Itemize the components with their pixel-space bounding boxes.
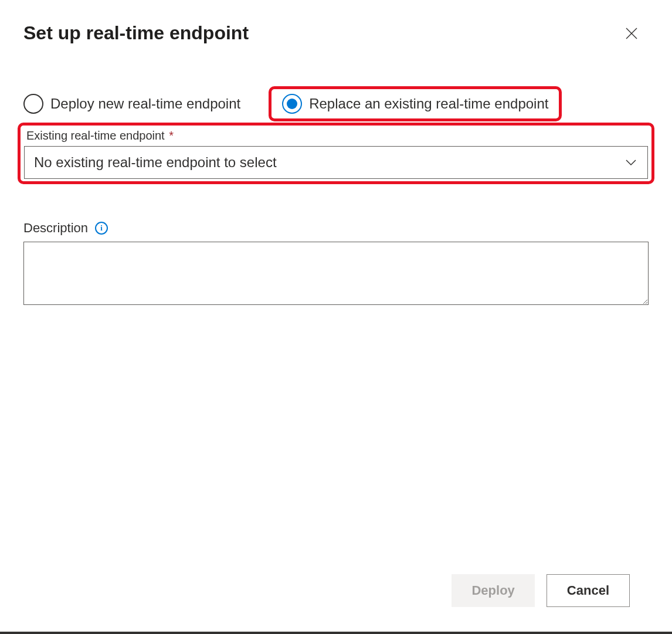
dialog-header: Set up real-time endpoint xyxy=(23,22,649,44)
bottom-border-decoration xyxy=(0,632,672,634)
dialog-title: Set up real-time endpoint xyxy=(23,22,249,44)
existing-endpoint-label: Existing real-time endpoint * xyxy=(24,129,648,143)
chevron-down-icon xyxy=(624,155,638,169)
deploy-new-radio-label: Deploy new real-time endpoint xyxy=(50,96,240,112)
radio-circle-icon xyxy=(23,94,43,114)
existing-endpoint-selected-value: No existing real-time endpoint to select xyxy=(34,154,277,171)
close-button[interactable] xyxy=(624,26,639,41)
existing-endpoint-select[interactable]: No existing real-time endpoint to select xyxy=(24,146,648,179)
existing-endpoint-field-group: Existing real-time endpoint * No existin… xyxy=(23,123,649,184)
radio-circle-selected-icon xyxy=(282,94,302,114)
radio-dot-icon xyxy=(287,99,297,109)
deploy-new-radio[interactable]: Deploy new real-time endpoint xyxy=(23,94,240,114)
highlight-existing-endpoint-field: Existing real-time endpoint * No existin… xyxy=(18,123,654,184)
existing-endpoint-label-text: Existing real-time endpoint xyxy=(26,129,165,142)
close-icon xyxy=(625,27,638,40)
replace-existing-radio-label: Replace an existing real-time endpoint xyxy=(309,96,548,112)
description-textarea[interactable] xyxy=(23,242,649,305)
replace-existing-radio[interactable]: Replace an existing real-time endpoint xyxy=(282,94,548,114)
highlight-replace-option: Replace an existing real-time endpoint xyxy=(269,86,562,121)
deployment-mode-radio-group: Deploy new real-time endpoint Replace an… xyxy=(23,86,649,121)
description-label-row: Description i xyxy=(23,221,649,236)
setup-endpoint-dialog: Set up real-time endpoint Deploy new rea… xyxy=(0,0,672,634)
info-icon[interactable]: i xyxy=(95,222,108,235)
required-indicator: * xyxy=(169,129,174,142)
deploy-button[interactable]: Deploy xyxy=(452,574,534,607)
dialog-footer: Deploy Cancel xyxy=(23,574,649,634)
cancel-button[interactable]: Cancel xyxy=(547,574,630,607)
description-label: Description xyxy=(23,221,88,236)
description-field-group: Description i xyxy=(23,221,649,307)
